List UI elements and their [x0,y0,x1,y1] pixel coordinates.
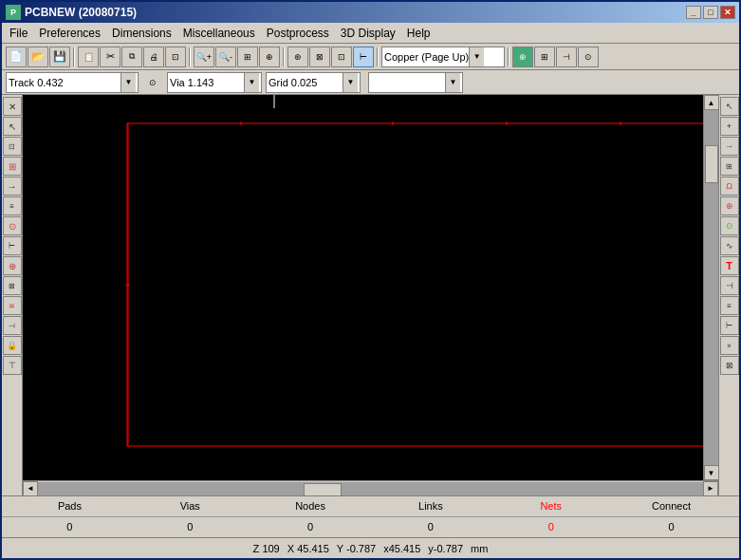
hscroll-right-button[interactable]: ► [703,481,718,496]
zoom-area-button[interactable]: ⊕ [259,47,280,67]
menu-miscellaneous[interactable]: Miscellaneous [177,25,261,42]
vscroll-thumb[interactable] [705,145,718,183]
main-toolbar: 📄 📂 💾 📋 ✂ ⧉ 🖨 ⊡ 🔍+ 🔍- ⊞ ⊕ ⊛ ⊠ ⊡ ⊢ Copper… [2,44,739,70]
rt-btn-text[interactable]: T [720,256,739,275]
title-bar: P PCBNEW (20080715) _ □ ✕ [2,2,739,23]
rt-btn-end[interactable]: ⊠ [720,356,739,375]
extra-dropdown-arrow[interactable]: ▼ [445,73,460,92]
vscroll-down-button[interactable]: ▼ [704,465,719,480]
print-button[interactable]: 🖨 [143,47,164,67]
grid-dropdown-arrow[interactable]: ▼ [343,73,358,92]
tool-btn4[interactable]: ⊙ [578,47,599,67]
save-button[interactable]: 💾 [49,47,70,67]
hscroll-thumb[interactable] [304,483,342,496]
center-panel: ▲ ▼ ◄ ► [23,95,718,495]
hscroll-left-button[interactable]: ◄ [23,481,38,496]
lt-btn-highlight[interactable]: ⊕ [3,256,22,275]
lt-btn-inspect[interactable]: ⊡ [3,137,22,156]
menu-preferences[interactable]: Preferences [33,25,106,42]
track-dropdown-arrow[interactable]: ▼ [120,73,136,92]
rt-btn-grid[interactable]: ⊞ [720,157,739,176]
lt-btn-drc[interactable]: ⊤ [3,356,22,375]
vscroll-track[interactable] [704,110,719,465]
window-controls: _ □ ✕ [686,6,735,19]
via-value: Via 1.143 [170,77,244,88]
cursor-button[interactable]: ⊢ [353,47,374,67]
layer-selector[interactable]: Copper (Page Up) ▼ [381,47,505,67]
pcb-canvas-area[interactable] [23,95,703,480]
coord-y-abs: Y -0.787 [337,543,376,554]
options-toolbar: Track 0.432 ▼ ⊙ Via 1.143 ▼ Grid 0.025 ▼… [2,70,739,95]
nets-value: 0 [491,521,611,532]
tool-btn3[interactable]: ⊣ [556,47,577,67]
status-area: Pads Vias Nodes Links Nets Connect 0 0 0… [2,495,739,537]
app-icon: P [6,5,21,20]
menu-file[interactable]: File [4,25,33,42]
maximize-button[interactable]: □ [703,6,718,19]
via-icon: ⊙ [142,72,163,93]
window-title: PCBNEW (20080715) [25,6,137,19]
lt-btn-block[interactable]: ⊠ [3,276,22,295]
menu-help[interactable]: Help [401,25,436,42]
rt-btn-wave[interactable]: ∿ [720,236,739,255]
menu-3ddisplay[interactable]: 3D Display [335,25,401,42]
lt-btn-circle[interactable]: ⊙ [3,216,22,235]
drc-button[interactable]: ⊛ [287,47,308,67]
new-button[interactable]: 📄 [6,47,27,67]
rt-btn-circle2[interactable]: ⊙ [720,216,739,235]
tool-btn1[interactable]: ⊕ [512,47,533,67]
copy-button[interactable]: ⧉ [121,47,142,67]
separator3 [283,47,285,66]
hscroll-track[interactable] [38,482,703,495]
via-dropdown-arrow[interactable]: ▼ [244,73,259,92]
horizontal-scrollbar[interactable]: ◄ ► [23,480,718,495]
minimize-button[interactable]: _ [686,6,701,19]
preview-button[interactable]: ⊡ [165,47,186,67]
grid-value: Grid 0.025 [269,77,343,88]
via-dropdown[interactable]: Via 1.143 ▼ [167,72,262,93]
cut-button[interactable]: ✂ [100,47,120,67]
vscroll-up-button[interactable]: ▲ [704,95,719,110]
zoom-in-button[interactable]: 🔍+ [194,47,214,67]
zoom-fit-button[interactable]: ⊞ [237,47,258,67]
lt-btn-pad[interactable]: ⊞ [3,157,22,176]
tool-btn2[interactable]: ⊞ [534,47,555,67]
lt-btn-multi[interactable]: ≡ [3,196,22,215]
open-button[interactable]: 📂 [28,47,48,67]
zoom-out-button[interactable]: 🔍- [215,47,236,67]
rt-btn-dot[interactable]: ● [720,336,739,355]
grid-dropdown[interactable]: Grid 0.025 ▼ [266,72,361,93]
vias-value: 0 [130,521,250,532]
lt-btn-select[interactable]: ✕ [3,97,22,116]
rt-btn-via[interactable]: ⊢ [720,316,739,335]
rt-btn-arrow[interactable]: → [720,137,739,156]
layer-dropdown-arrow[interactable]: ▼ [469,47,484,66]
close-button[interactable]: ✕ [720,6,735,19]
lt-btn-lock[interactable]: 🔒 [3,336,22,355]
track-value: Track 0.432 [9,77,120,88]
ratsnest-button[interactable]: ⊡ [331,47,352,67]
rt-btn-lines[interactable]: ≡ [720,296,739,315]
rt-btn-omega[interactable]: Ω [720,177,739,196]
connect-value: 0 [611,521,732,532]
extra-dropdown[interactable]: ▼ [368,72,463,93]
vertical-scrollbar[interactable]: ▲ ▼ [703,95,718,480]
print-setup-button[interactable]: 📋 [78,47,99,67]
menu-dimensions[interactable]: Dimensions [106,25,177,42]
nodes-label: Nodes [250,500,371,512]
lt-btn-zone[interactable]: ⊣ [3,316,22,335]
rt-btn-star[interactable]: ⊕ [720,196,739,215]
coordinates-bar: Z 109 X 45.415 Y -0.787 x45.415 y-0.787 … [2,537,739,558]
rt-btn-select[interactable]: ↖ [720,97,739,116]
rt-btn-center[interactable]: + [720,117,739,136]
coord-y-rel: y-0.787 [428,543,463,554]
right-toolbar: ↖ + → ⊞ Ω ⊕ ⊙ ∿ T ⊣ ≡ ⊢ ● ⊠ [718,95,739,495]
lt-btn-track[interactable]: → [3,177,22,196]
lt-btn-connect[interactable]: ⊢ [3,236,22,255]
track-dropdown[interactable]: Track 0.432 ▼ [6,72,139,93]
rt-btn-conn[interactable]: ⊣ [720,276,739,295]
menu-postprocess[interactable]: Postprocess [261,25,335,42]
lt-btn-arrow[interactable]: ↖ [3,117,22,136]
lt-btn-fill[interactable]: ≋ [3,296,22,315]
layers-button[interactable]: ⊠ [309,47,330,67]
